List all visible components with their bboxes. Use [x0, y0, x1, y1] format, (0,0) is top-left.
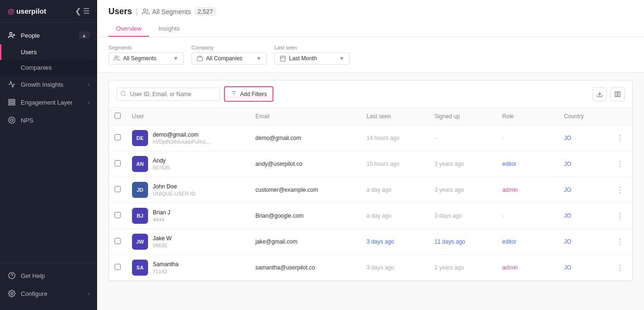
svg-point-16	[121, 91, 125, 95]
segments-filter-group: Segments All Segments ▼	[108, 45, 184, 65]
row-more-button[interactable]: ⋮	[613, 262, 627, 273]
segment-label: All Segments	[152, 8, 191, 16]
main-content: Users | All Segments 2,527 Overview Insi…	[97, 0, 644, 310]
last-seen-filter-group: Last seen Last Month ▼	[274, 45, 350, 65]
tab-overview[interactable]: Overview	[108, 21, 149, 37]
select-all-checkbox[interactable]	[115, 113, 121, 119]
company-filter-label: Company	[191, 45, 267, 50]
sidebar-item-people[interactable]: People ▲	[0, 26, 97, 44]
configure-chevron-icon: ›	[88, 291, 90, 296]
sidebar-collapse-button[interactable]: ❮ ☰	[75, 7, 90, 16]
user-cell: BJ Brian J 4444	[132, 208, 244, 224]
sidebar-logo-area: @userpilot ❮ ☰	[0, 0, 97, 23]
row-more-button[interactable]: ⋮	[613, 211, 627, 221]
sidebar-nav: People ▲ Users Companies Growth Insights…	[0, 23, 97, 262]
sidebar-item-companies[interactable]: Companies	[0, 60, 97, 75]
svg-rect-1	[8, 99, 15, 101]
svg-rect-2	[8, 102, 15, 103]
user-id: hVDjdN2thIUukbPuRvL...	[153, 139, 211, 145]
user-email: customer@example.com	[250, 177, 361, 203]
user-last-seen: a day ago	[361, 203, 429, 229]
avatar: JW	[132, 234, 148, 250]
sidebar-item-get-help[interactable]: Get Help	[0, 267, 97, 285]
user-id: 4444	[153, 217, 170, 222]
columns-button[interactable]	[611, 87, 625, 101]
table-header: User Email Last seen Signed up Role Coun…	[109, 108, 632, 125]
last-seen-filter-select[interactable]: Last Month ▼	[274, 52, 350, 65]
sidebar-bottom: Get Help Configure ›	[0, 262, 97, 310]
logo: @userpilot	[8, 7, 46, 15]
sidebar-item-engagement-layer[interactable]: Engagement Layer ›	[0, 93, 97, 111]
page-title: Users	[108, 7, 132, 16]
user-email: Brian@google.com	[250, 203, 361, 229]
company-filter-select[interactable]: All Companies ▼	[191, 52, 267, 65]
last-seen-filter-label: Last seen	[274, 45, 350, 50]
sidebar: @userpilot ❮ ☰ People ▲ Users Companies	[0, 0, 97, 310]
user-cell: JW Jake W 99635	[132, 234, 244, 250]
avatar: AN	[132, 156, 148, 172]
add-filters-button[interactable]: Add Filters	[224, 86, 273, 102]
sidebar-item-growth-insights[interactable]: Growth Insights ›	[0, 75, 97, 93]
table-row: DE demo@gmail.com hVDjdN2thIUukbPuRvL...…	[109, 125, 632, 151]
user-country: JO	[558, 255, 608, 281]
growth-insights-icon	[8, 80, 16, 89]
user-signed-up: 3 days ago	[429, 203, 496, 229]
growth-insights-label: Growth Insights	[21, 81, 83, 88]
segments-chevron-icon: ▼	[173, 55, 179, 62]
user-email: jake@gmail.com	[250, 229, 361, 255]
last-seen-chevron-icon: ▼	[339, 55, 345, 62]
user-role: admin	[496, 255, 558, 281]
row-more-button[interactable]: ⋮	[613, 133, 627, 144]
calendar-icon	[280, 55, 286, 62]
row-checkbox[interactable]	[115, 212, 121, 218]
segments-icon	[114, 55, 120, 62]
segments-filter-select[interactable]: All Segments ▼	[108, 52, 184, 65]
user-email: samantha@userpilot.co	[250, 255, 361, 281]
avatar: SA	[132, 260, 148, 276]
user-id: 567635	[153, 165, 170, 171]
people-icon	[8, 31, 16, 40]
search-left: Add Filters	[116, 86, 273, 102]
user-last-seen: 14 hours ago	[361, 125, 429, 151]
user-name: Samantha	[153, 261, 179, 268]
company-filter-value: All Companies	[206, 55, 242, 62]
user-name: demo@gmail.com	[153, 131, 211, 138]
col-signed-up: Signed up	[429, 108, 496, 125]
row-checkbox[interactable]	[115, 186, 121, 192]
table-row: JW Jake W 99635 jake@gmail.com 3 days ag…	[109, 229, 632, 255]
svg-rect-22	[615, 91, 617, 97]
get-help-label: Get Help	[21, 272, 90, 279]
logo-name: userpilot	[17, 7, 46, 15]
user-role: -	[496, 125, 558, 151]
avatar: JD	[132, 182, 148, 198]
table-container: Add Filters	[108, 80, 633, 281]
col-user: User	[126, 108, 250, 125]
row-more-button[interactable]: ⋮	[613, 237, 627, 247]
svg-rect-23	[618, 91, 620, 97]
sidebar-item-users[interactable]: Users	[0, 44, 97, 60]
search-input[interactable]	[116, 88, 220, 101]
table-row: SA Samantha 71142 samantha@userpilot.co …	[109, 255, 632, 281]
sidebar-item-configure[interactable]: Configure ›	[0, 285, 97, 302]
row-more-button[interactable]: ⋮	[613, 159, 627, 170]
row-checkbox[interactable]	[115, 160, 121, 166]
row-more-button[interactable]: ⋮	[613, 185, 627, 196]
user-cell: DE demo@gmail.com hVDjdN2thIUukbPuRvL...	[132, 130, 244, 146]
col-email: Email	[250, 108, 361, 125]
row-checkbox[interactable]	[115, 264, 121, 270]
svg-point-4	[8, 117, 15, 123]
user-name: Brian J	[153, 209, 170, 216]
row-checkbox[interactable]	[115, 134, 121, 140]
svg-point-8	[11, 293, 13, 294]
user-role: admin	[496, 177, 558, 203]
user-cell: SA Samantha 71142	[132, 260, 244, 276]
configure-icon	[8, 289, 16, 298]
download-button[interactable]	[593, 87, 607, 101]
svg-line-17	[124, 95, 125, 96]
svg-rect-11	[197, 57, 203, 61]
row-checkbox[interactable]	[115, 238, 121, 244]
user-name: John Doe	[153, 183, 195, 190]
table-body: DE demo@gmail.com hVDjdN2thIUukbPuRvL...…	[109, 125, 632, 281]
sidebar-item-nps[interactable]: NPS	[0, 111, 97, 129]
tab-insights[interactable]: Insights	[151, 21, 187, 37]
